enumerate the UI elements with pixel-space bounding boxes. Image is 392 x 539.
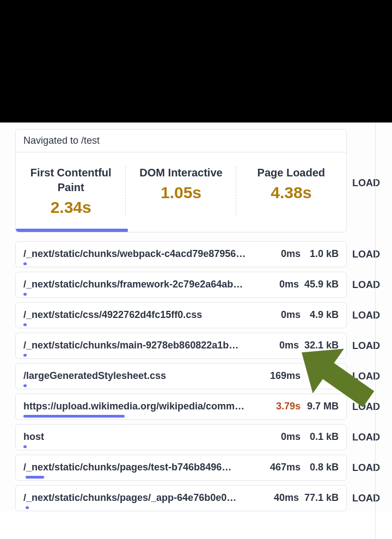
metric-value: 2.34s [20,198,121,217]
load-tag: LOAD [352,249,381,260]
right-divider [375,122,376,539]
top-black-region [0,0,392,122]
load-tag: LOAD [352,432,381,443]
load-tag: LOAD [352,462,381,474]
request-size: 9.7 MB [306,401,339,412]
request-row: /largeGeneratedStylesheet.css169msLOAD [15,363,381,389]
request-time: 0ms [279,279,304,290]
request-time: 0ms [281,431,306,443]
request-timing-bar [26,506,29,509]
request-path: /_next/static/chunks/pages/test-b746b849… [23,462,270,473]
request-timing-bar [23,354,27,357]
metric-page-loaded: Page Loaded 4.38s [236,162,346,220]
metric-label: Page Loaded [241,166,342,180]
request-time: 0ms [281,309,306,321]
load-tag: LOAD [352,493,381,504]
request-card[interactable]: /_next/static/chunks/pages/_app-64e76b0e… [15,485,347,511]
navigation-header: Navigated to /test [16,130,346,152]
request-time: 0ms [279,340,304,351]
metric-label: DOM Interactive [130,166,231,180]
request-card[interactable]: host0ms0.1 kB [15,424,347,450]
metric-dom-interactive: DOM Interactive 1.05s [126,162,236,220]
request-path: /_next/static/chunks/webpack-c4acd79e879… [23,248,281,260]
navigation-row: Navigated to /test First Contentful Pain… [15,129,381,237]
request-time: 40ms [274,492,304,504]
metric-value: 4.38s [241,183,342,202]
request-path: /_next/static/chunks/framework-2c79e2a64… [23,279,279,290]
navigation-progress-bar [16,229,128,232]
request-time: 3.79s [276,401,306,412]
load-tag: LOAD [352,371,381,382]
request-size: 45.9 kB [304,279,339,290]
request-size: 0.1 kB [306,431,339,443]
load-tag: LOAD [352,401,381,413]
request-row: /_next/static/chunks/main-9278eb860822a1… [15,333,381,359]
request-timing-bar [23,323,27,326]
request-time: 467ms [270,462,306,473]
request-card[interactable]: /_next/static/chunks/pages/test-b746b849… [15,455,347,481]
load-tag: LOAD [352,340,381,352]
request-size: 77.1 kB [304,492,339,504]
request-timing-bar [26,476,44,479]
request-path: host [23,431,281,443]
request-row: /_next/static/chunks/pages/_app-64e76b0e… [15,485,381,511]
request-card[interactable]: /largeGeneratedStylesheet.css169ms [15,363,347,389]
request-size: 1.0 kB [306,248,339,260]
performance-panel: Navigated to /test First Contentful Pain… [0,122,392,511]
request-row: /_next/static/css/4922762d4fc15ff0.css0m… [15,302,381,328]
request-timing-bar [23,445,27,448]
load-tag: LOAD [352,177,381,189]
metric-value: 1.05s [130,183,231,202]
request-size: 32.1 kB [304,340,339,351]
request-card[interactable]: /_next/static/chunks/webpack-c4acd79e879… [15,241,347,267]
request-timing-bar [23,384,27,387]
request-row: https://upload.wikimedia.org/wikipedia/c… [15,394,381,420]
request-timing-bar [23,293,27,296]
request-card[interactable]: /_next/static/css/4922762d4fc15ff0.css0m… [15,302,347,328]
request-path: /_next/static/chunks/main-9278eb860822a1… [23,340,279,351]
request-timing-bar [23,415,125,418]
request-path: /_next/static/css/4922762d4fc15ff0.css [23,309,281,321]
request-row: /_next/static/chunks/framework-2c79e2a64… [15,272,381,298]
request-card[interactable]: /_next/static/chunks/main-9278eb860822a1… [15,333,347,359]
metrics-row: First Contentful Paint 2.34s DOM Interac… [16,152,346,232]
request-time: 0ms [281,248,306,260]
request-card[interactable]: /_next/static/chunks/framework-2c79e2a64… [15,272,347,298]
request-path: https://upload.wikimedia.org/wikipedia/c… [23,401,276,412]
metric-label: First Contentful Paint [20,166,121,195]
request-size: 0.8 kB [306,462,339,473]
request-row: /_next/static/chunks/pages/test-b746b849… [15,455,381,481]
navigation-card[interactable]: Navigated to /test First Contentful Pain… [15,129,347,232]
request-row: host0ms0.1 kBLOAD [15,424,381,450]
request-time: 169ms [270,370,306,382]
metric-fcp: First Contentful Paint 2.34s [16,162,126,220]
request-path: /_next/static/chunks/pages/_app-64e76b0e… [23,492,274,504]
request-row: /_next/static/chunks/webpack-c4acd79e879… [15,241,381,267]
load-tag: LOAD [352,310,381,321]
request-timing-bar [23,262,27,265]
request-path: /largeGeneratedStylesheet.css [23,370,270,382]
load-tag: LOAD [352,279,381,291]
request-size: 4.9 kB [306,309,339,321]
request-card[interactable]: https://upload.wikimedia.org/wikipedia/c… [15,394,347,420]
